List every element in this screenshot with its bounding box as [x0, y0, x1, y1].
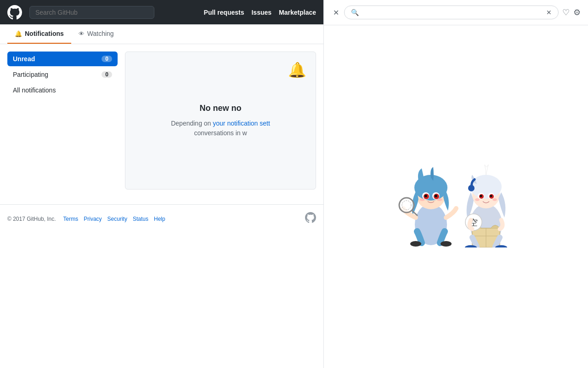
participating-count: 0 — [102, 71, 112, 78]
issues-link[interactable]: Issues — [251, 9, 271, 16]
right-panel-header: ✕ 🔍 ✕ ♡ ⚙ — [324, 0, 588, 25]
panel-search-bar: 🔍 ✕ — [344, 6, 559, 19]
svg-point-18 — [470, 175, 502, 199]
unread-count: 0 — [102, 56, 112, 62]
anime-illustration-area: 空 — [324, 25, 588, 368]
footer-links: Terms Privacy Security Status Help — [63, 216, 165, 222]
svg-point-14 — [410, 241, 421, 247]
desc-suffix: conversations in w — [194, 129, 247, 137]
panel-search-clear-icon[interactable]: ✕ — [546, 9, 552, 16]
bell-icon: 🔔 — [15, 30, 22, 37]
tab-notifications-label: Notifications — [25, 30, 64, 37]
panel-heart-icon[interactable]: ♡ — [562, 7, 570, 17]
unread-label: Unread — [13, 55, 35, 63]
no-notifications-title: No new no — [200, 104, 242, 113]
right-panel: ✕ 🔍 ✕ ♡ ⚙ — [323, 0, 588, 368]
svg-point-25 — [490, 195, 492, 197]
tab-notifications[interactable]: 🔔 Notifications — [7, 24, 71, 44]
participating-label: Participating — [13, 71, 48, 78]
marketplace-link[interactable]: Marketplace — [279, 9, 316, 16]
tab-watching[interactable]: 👁 Watching — [71, 24, 121, 44]
footer-help-link[interactable]: Help — [154, 216, 165, 222]
main-content: 🔔 Notifications 👁 Watching Unread 0 Part… — [0, 24, 323, 368]
svg-point-10 — [437, 198, 442, 201]
panel-action-buttons: ♡ ⚙ — [562, 7, 581, 17]
tab-watching-label: Watching — [87, 30, 114, 37]
panel-search-icon: 🔍 — [351, 9, 359, 16]
desc-prefix: Depending on — [171, 120, 213, 127]
all-notifications-label: All notifications — [13, 86, 56, 94]
svg-point-8 — [435, 195, 437, 197]
panel-settings-icon[interactable]: ⚙ — [573, 7, 581, 17]
anime-illustration: 空 — [396, 146, 516, 247]
svg-point-9 — [419, 198, 425, 201]
footer-security-link[interactable]: Security — [107, 216, 127, 222]
footer-status-link[interactable]: Status — [133, 216, 148, 222]
search-input[interactable] — [29, 6, 154, 19]
nav-links: Pull requests Issues Marketplace — [204, 9, 316, 16]
svg-point-27 — [492, 198, 497, 201]
no-notifications-description: Depending on your notification sett conv… — [171, 119, 270, 138]
svg-point-24 — [480, 195, 482, 197]
panel-search-input[interactable] — [362, 9, 543, 16]
footer: © 2017 GitHub, Inc. Terms Privacy Securi… — [0, 204, 323, 233]
footer-privacy-link[interactable]: Privacy — [84, 216, 102, 222]
svg-point-7 — [424, 195, 427, 197]
footer-terms-link[interactable]: Terms — [63, 216, 79, 222]
svg-point-26 — [475, 198, 480, 201]
close-button[interactable]: ✕ — [331, 8, 340, 17]
sidebar: Unread 0 Participating 0 All notificatio… — [7, 52, 118, 190]
content-panel: 🔔 No new no Depending on your notificati… — [125, 52, 316, 190]
notification-settings-link[interactable]: your notification sett — [213, 120, 270, 127]
notification-empty-icon: 🔔 — [288, 61, 306, 79]
svg-point-15 — [441, 241, 452, 247]
tabs-bar: 🔔 Notifications 👁 Watching — [0, 24, 323, 44]
sidebar-item-participating[interactable]: Participating 0 — [7, 67, 118, 82]
sidebar-item-all[interactable]: All notifications — [7, 83, 118, 98]
github-footer-logo — [305, 212, 316, 225]
sidebar-item-unread[interactable]: Unread 0 — [7, 52, 118, 66]
eye-icon: 👁 — [79, 30, 85, 37]
github-logo-icon — [7, 5, 22, 20]
copyright-text: © 2017 GitHub, Inc. — [7, 216, 56, 222]
page-body: Unread 0 Participating 0 All notificatio… — [0, 44, 323, 197]
svg-point-19 — [468, 185, 475, 191]
pull-requests-link[interactable]: Pull requests — [204, 9, 244, 16]
github-navbar: Pull requests Issues Marketplace — [0, 0, 323, 24]
